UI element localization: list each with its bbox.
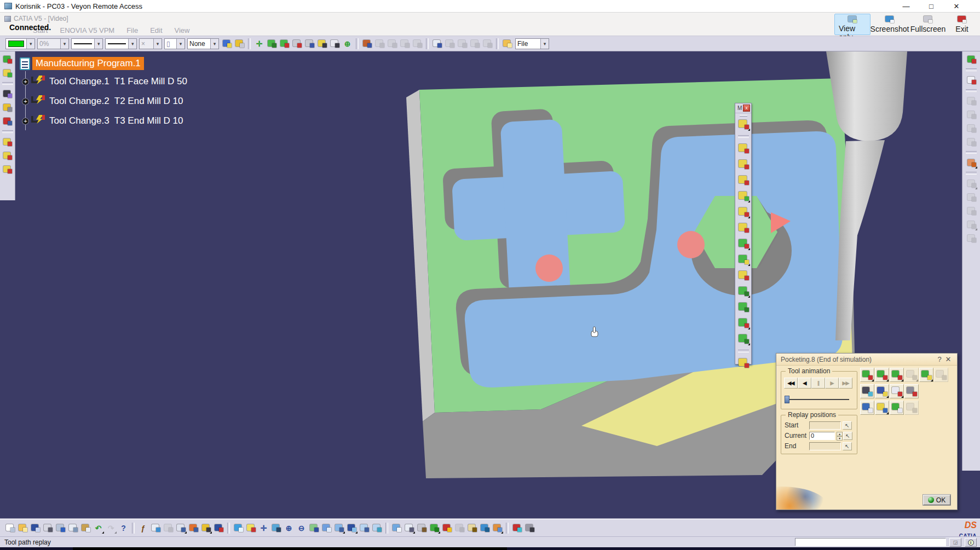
render-style-icon[interactable] [346,522,358,534]
replay-mode-continuous-icon[interactable] [890,368,904,382]
slider-thumb[interactable] [785,396,789,403]
named-view2-icon[interactable] [371,522,383,534]
material-removal-icon[interactable] [904,368,919,382]
profile-contouring-icon[interactable] [737,158,750,171]
start-position-field[interactable] [809,421,841,430]
dialog-title-bar[interactable]: Pocketing.8 (End of simulation) ? ✕ [776,354,957,366]
animation-progress-slider[interactable] [785,395,852,403]
graphic-color-combo[interactable]: ▾ [5,38,35,49]
menu-view[interactable]: View [175,26,190,34]
open-folder-icon[interactable] [17,522,28,534]
spiral-milling-icon[interactable] [737,317,750,329]
measure-item-icon[interactable] [511,522,523,534]
prismatic-machining-icon[interactable] [2,54,13,65]
sequential-milling-icon[interactable] [737,357,750,369]
save-icon[interactable] [30,522,41,534]
machining-workbench-icon[interactable] [966,54,977,65]
chat-icon[interactable] [150,522,162,534]
gears-icon[interactable] [399,38,411,49]
point-to-point-icon[interactable] [737,142,750,155]
associate-parts-icon[interactable] [875,401,889,415]
replay-to-start-button[interactable]: ◀◀ [784,378,798,389]
drilling-op1-icon[interactable] [2,136,13,148]
zoom-area-icon[interactable]: ⊕ [342,38,353,49]
tree-item-tool-change-1[interactable]: + Tool Change.1 T1 Face Mill D 50 [22,76,187,88]
painter-icon[interactable] [221,38,233,49]
design-table-icon[interactable] [175,522,187,534]
whats-this-icon[interactable]: ? [118,522,129,534]
tree-item-tool-change-3[interactable]: + Tool Change.3 T3 End Mill D 10 [22,115,183,127]
drilling-icon[interactable] [737,118,750,131]
tree-root-label[interactable]: Manufacturing Program.1 [32,57,144,70]
spec-table-icon[interactable] [403,522,415,534]
end-position-field[interactable] [809,442,841,450]
tools-grey4-icon[interactable] [966,219,977,230]
drilling-op2-icon[interactable] [2,150,13,161]
replay-mode-point-icon[interactable] [860,368,874,382]
pocketing-icon[interactable] [737,174,750,187]
update-icon[interactable] [469,38,481,49]
menu-file[interactable]: File [126,26,138,34]
open-catalog-icon[interactable] [501,38,513,49]
toolpath-warning-icon[interactable] [441,522,453,534]
close-icon[interactable]: ✕ [944,355,953,363]
formula-icon[interactable]: ƒ [137,522,149,534]
new-document-icon[interactable] [4,522,16,534]
knowledge-books-icon[interactable] [213,522,224,534]
close-icon[interactable]: x [743,105,750,112]
drilling-op3-icon[interactable] [2,164,13,175]
catalog-browser-icon[interactable] [2,102,13,113]
plunge-milling-icon[interactable] [737,269,750,282]
analyze-icon[interactable] [904,401,919,415]
tree-root-node[interactable]: Manufacturing Program.1 [20,57,144,70]
close-button[interactable]: ✕ [947,0,966,13]
doc-question2-icon[interactable] [444,38,456,49]
video-replay-icon[interactable] [860,384,874,398]
zoom-in-icon[interactable]: ⊕ [283,522,295,534]
knowledge-icon[interactable] [2,115,13,127]
ramping-icon[interactable] [737,333,750,345]
exit-button[interactable]: Exit [950,14,974,35]
expander-icon[interactable]: + [22,98,29,105]
part-cube1-icon[interactable] [966,95,977,107]
camera-view-icon[interactable] [361,38,373,49]
layer-filter-combo[interactable]: None ▾ [187,38,219,49]
sweep-roughing-icon[interactable] [737,253,750,266]
collaboration-icon[interactable] [966,157,977,169]
menu-enovia[interactable]: ENOVIA V5 VPM [60,26,114,34]
named-view1-icon[interactable] [359,522,370,534]
measure-between-icon[interactable] [416,522,428,534]
pause-button[interactable]: || [811,378,825,389]
cut-icon[interactable] [55,522,66,534]
capture-image-icon[interactable] [492,522,503,534]
gears2-icon[interactable] [482,38,493,49]
print-icon[interactable] [42,522,54,534]
window-settings-icon[interactable] [374,38,385,49]
collision-settings-icon[interactable] [904,384,919,398]
undo-icon[interactable]: ↶ [93,522,104,534]
pan-icon[interactable] [266,38,278,49]
surface-icon[interactable] [391,522,402,534]
step-backward-button[interactable]: ◀ [798,378,811,389]
iso-view-icon[interactable] [333,522,345,534]
expander-icon[interactable]: + [22,118,29,125]
multi-view-icon[interactable] [321,522,332,534]
tools-grey3-icon[interactable] [966,205,977,217]
roughing-icon[interactable] [737,238,750,250]
snap-to-point-icon[interactable] [304,38,315,49]
drag-handle[interactable] [740,115,747,117]
fit-all-icon[interactable] [245,522,257,534]
line-thickness-combo[interactable]: ▾ [105,38,137,49]
ok-button[interactable]: OK [923,495,950,505]
help-icon[interactable]: ? [935,355,944,363]
snapshot-icon[interactable] [860,401,874,415]
sweeping-icon[interactable] [737,222,750,234]
paste-icon[interactable] [80,522,91,534]
menu-edit[interactable]: Edit [150,26,162,34]
ruler-icon[interactable] [316,38,328,49]
tree-item-tool-change-2[interactable]: + Tool Change.2 T2 End Mill D 10 [22,95,183,107]
rotate-view-icon[interactable] [270,522,282,534]
part-cube2-icon[interactable] [966,109,977,120]
normal-view-icon[interactable] [308,522,320,534]
pan-view-icon[interactable]: ✛ [258,522,269,534]
